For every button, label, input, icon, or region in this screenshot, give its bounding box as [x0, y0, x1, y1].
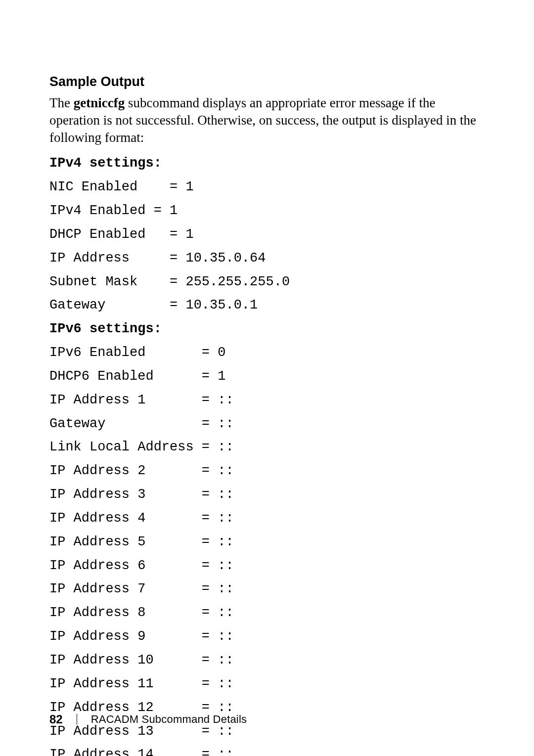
ipv4-line: NIC Enabled = 1	[49, 177, 485, 198]
ipv6-title: IPv6 settings:	[49, 319, 485, 340]
ipv4-line: IP Address = 10.35.0.64	[49, 248, 485, 269]
footer-divider	[77, 714, 77, 725]
page-number: 82	[49, 712, 63, 726]
ipv6-line: IP Address 9 = ::	[49, 626, 485, 647]
intro-paragraph: The getniccfg subcommand displays an app…	[49, 94, 485, 146]
ipv6-line: Gateway = ::	[49, 414, 485, 435]
ipv6-line: IP Address 2 = ::	[49, 461, 485, 482]
ipv6-line: IP Address 3 = ::	[49, 485, 485, 505]
page-footer: 82 RACADM Subcommand Details	[49, 712, 247, 726]
ipv6-line: IP Address 7 = ::	[49, 579, 485, 600]
ipv6-line: IP Address 10 = ::	[49, 650, 485, 671]
ipv6-line: IP Address 11 = ::	[49, 674, 485, 695]
ipv4-title: IPv4 settings:	[49, 153, 485, 174]
para-pre: The	[49, 95, 74, 110]
ipv6-line: IP Address 4 = ::	[49, 508, 485, 529]
ipv4-line: IPv4 Enabled = 1	[49, 201, 485, 222]
command-name: getniccfg	[74, 95, 125, 110]
ipv6-line: IP Address 1 = ::	[49, 390, 485, 411]
ipv4-line: DHCP Enabled = 1	[49, 224, 485, 245]
footer-title: RACADM Subcommand Details	[91, 713, 247, 726]
section-heading: Sample Output	[49, 74, 485, 89]
ipv4-line: Gateway = 10.35.0.1	[49, 295, 485, 316]
ipv6-line: IP Address 5 = ::	[49, 532, 485, 553]
ipv6-line: IPv6 Enabled = 0	[49, 343, 485, 363]
ipv6-line: IP Address 14 = ::	[49, 745, 485, 756]
ipv4-line: Subnet Mask = 255.255.255.0	[49, 272, 485, 293]
ipv6-line: DHCP6 Enabled = 1	[49, 366, 485, 387]
ipv6-line: IP Address 8 = ::	[49, 603, 485, 623]
ipv6-line: IP Address 6 = ::	[49, 556, 485, 577]
ipv6-line: Link Local Address = ::	[49, 437, 485, 458]
